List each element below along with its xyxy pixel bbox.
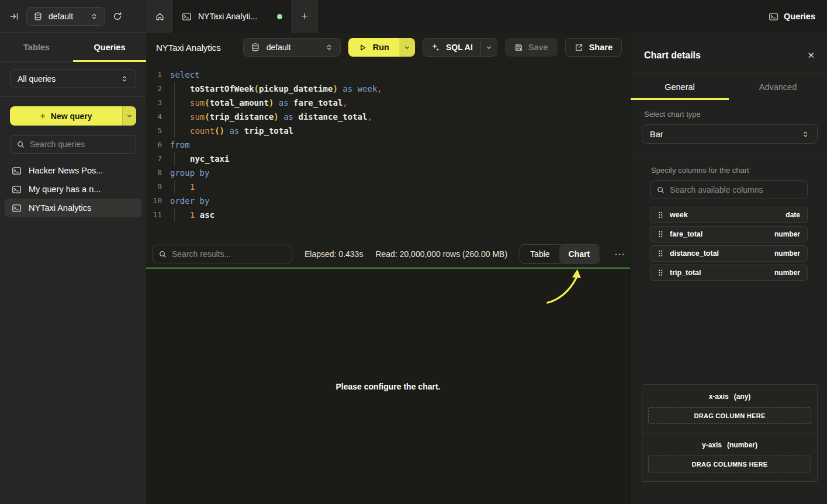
query-terminal-icon <box>12 185 22 194</box>
query-filter-value: All queries <box>18 74 56 84</box>
table-toggle-label: Table <box>530 249 549 259</box>
column-type: date <box>786 211 800 219</box>
code-token: as <box>274 96 293 110</box>
select-updown-icon <box>120 75 129 83</box>
panel-header: Chart details ✕ <box>631 33 827 74</box>
code-token: ) <box>269 96 274 110</box>
sidebar-tab-tables[interactable]: Tables <box>0 33 73 61</box>
query-list-item[interactable]: My query has a n... <box>5 180 141 199</box>
code-token: from <box>170 138 190 152</box>
line-number: 6 <box>146 138 170 152</box>
code-token: total_amount <box>210 96 269 110</box>
indent-guide <box>170 180 190 194</box>
search-icon <box>158 250 167 259</box>
query-list-item-selected[interactable]: NYTaxi Analytics <box>5 199 141 217</box>
drag-handle-icon <box>658 230 663 238</box>
query-list: Hacker News Pos... My query has a n... N… <box>0 161 146 217</box>
tab-tables-label: Tables <box>23 43 50 52</box>
refresh-icon[interactable] <box>113 12 122 21</box>
query-filter-select[interactable]: All queries <box>10 69 136 88</box>
query-search-input[interactable] <box>30 140 130 149</box>
collapse-sidebar-icon[interactable] <box>9 12 19 21</box>
code-token: , <box>342 96 347 110</box>
line-number: 11 <box>146 208 170 222</box>
code-token: week <box>358 82 378 96</box>
query-terminal-icon <box>182 12 192 22</box>
run-dropdown-button[interactable] <box>399 38 415 57</box>
panel-spacer <box>631 284 827 384</box>
code-token: as <box>224 124 244 138</box>
select-updown-icon <box>801 130 809 138</box>
code-token: () <box>214 124 224 138</box>
code-token: as <box>279 110 299 124</box>
sql-editor[interactable]: 1select2toStartOfWeek(pickup_datetime) a… <box>146 62 630 241</box>
close-icon[interactable]: ✕ <box>807 50 815 61</box>
code-token: trip_distance <box>210 110 274 124</box>
y-axis-section: y-axis(number) DRAG COLUMNS HERE <box>642 433 817 481</box>
code-token: select <box>170 68 200 82</box>
columns-search-input[interactable] <box>670 185 801 194</box>
run-split-button: Run <box>348 38 415 57</box>
elapsed-time: Elapsed: 0.433s <box>304 249 363 259</box>
column-chip-fare-total[interactable]: fare_total number <box>650 226 808 242</box>
select-updown-icon <box>90 12 98 20</box>
active-tab-underline <box>631 98 729 100</box>
play-icon <box>358 43 367 52</box>
page-title: NYTaxi Analytics <box>156 43 221 53</box>
column-chip-distance-total[interactable]: distance_total number <box>650 245 808 262</box>
code-line: 3sum(total_amount) as fare_total, <box>146 96 630 110</box>
results-toolbar: Elapsed: 0.433s Read: 20,000,000 rows (2… <box>146 241 630 267</box>
indent-guide <box>170 82 190 96</box>
save-button[interactable]: Save <box>505 38 558 57</box>
sidebar: Tables Queries All queries + New query <box>0 33 146 504</box>
tab-nytaxi-analytics[interactable]: NYTaxi Analyti... <box>173 0 291 33</box>
new-query-button[interactable]: + New query <box>10 106 122 126</box>
column-chip-week[interactable]: week date <box>650 207 808 223</box>
code-line: 10order by <box>146 194 630 208</box>
save-icon <box>514 43 523 52</box>
sql-ai-dropdown-button[interactable] <box>481 44 497 51</box>
share-icon <box>575 43 583 52</box>
results-search-input[interactable] <box>172 249 286 259</box>
y-axis-drop-zone[interactable]: DRAG COLUMNS HERE <box>648 456 811 472</box>
code-token: , <box>367 110 372 124</box>
new-tab-button[interactable]: + <box>291 0 318 33</box>
code-token: nyc_taxi <box>190 152 229 166</box>
sql-ai-button[interactable]: SQL AI <box>423 38 497 57</box>
panel-title: Chart details <box>644 50 807 61</box>
view-toggle-chart[interactable]: Chart <box>559 245 600 263</box>
line-number: 1 <box>146 68 170 82</box>
save-label: Save <box>528 43 548 52</box>
column-type: number <box>774 249 800 258</box>
chart-type-select[interactable]: Bar <box>642 124 818 144</box>
top-bar-left: default <box>0 0 146 33</box>
column-name: trip_total <box>670 269 701 277</box>
queries-button[interactable]: Queries <box>769 12 815 22</box>
code-token: 1 <box>190 208 195 222</box>
code-token: ) <box>333 82 337 96</box>
header-database-selector[interactable]: default <box>243 38 341 57</box>
panel-tab-general[interactable]: General <box>631 74 729 100</box>
sql-ai-label: SQL AI <box>446 43 473 52</box>
new-query-dropdown-button[interactable] <box>122 106 136 126</box>
code-token: toStartOfWeek <box>190 82 254 96</box>
general-tab-label: General <box>665 82 695 92</box>
x-axis-name: x-axis <box>709 392 729 401</box>
home-button[interactable] <box>146 0 173 33</box>
chart-toggle-label: Chart <box>569 249 590 259</box>
view-toggle-table[interactable]: Table <box>521 245 559 263</box>
query-list-item[interactable]: Hacker News Pos... <box>5 161 141 180</box>
share-button[interactable]: Share <box>565 38 622 57</box>
column-type: number <box>774 269 800 277</box>
column-chip-trip-total[interactable]: trip_total number <box>650 265 808 281</box>
x-axis-drop-zone[interactable]: DRAG COLUMN HERE <box>648 407 811 424</box>
more-options-button[interactable]: ⋯ <box>613 248 627 260</box>
panel-tab-advanced[interactable]: Advanced <box>729 74 827 100</box>
line-number: 9 <box>146 180 170 194</box>
sidebar-tabs: Tables Queries <box>0 33 146 62</box>
sparkle-icon <box>431 43 440 52</box>
search-icon <box>656 186 665 194</box>
topbar-database-selector[interactable]: default <box>26 7 105 26</box>
run-button[interactable]: Run <box>348 38 399 57</box>
sidebar-tab-queries[interactable]: Queries <box>73 33 146 61</box>
